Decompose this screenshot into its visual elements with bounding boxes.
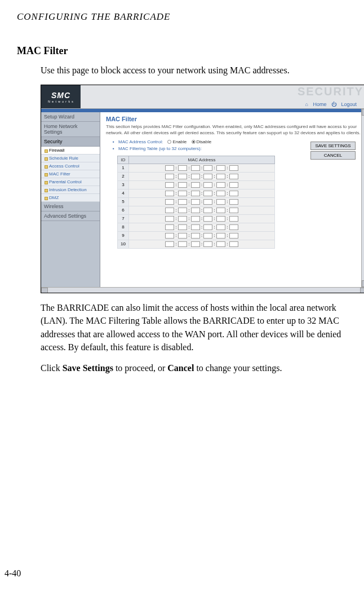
mac-octet-input[interactable] — [165, 182, 174, 188]
mac-octet-input[interactable] — [165, 191, 174, 196]
mac-octet-input[interactable] — [165, 233, 174, 239]
mac-cell: : : : : : — [129, 197, 275, 206]
sidebar-setup-wizard[interactable]: Setup Wizard — [41, 112, 100, 122]
radio-enable[interactable] — [167, 140, 171, 144]
mac-octet-input[interactable] — [178, 191, 187, 196]
mac-octet-input[interactable] — [178, 224, 187, 230]
mac-octet-input[interactable] — [229, 165, 238, 171]
radio-disable[interactable] — [192, 140, 196, 144]
mac-octet-input[interactable] — [203, 224, 212, 230]
mac-octet-input[interactable] — [165, 224, 174, 230]
mac-octet-input[interactable] — [229, 191, 238, 196]
mac-octet-input[interactable] — [191, 224, 200, 230]
sidebar-security[interactable]: Security — [41, 137, 100, 147]
mac-octet-input[interactable] — [229, 182, 238, 188]
mac-octet-input[interactable] — [229, 174, 238, 179]
mac-octet-input[interactable] — [216, 208, 225, 213]
mac-octet-input[interactable] — [203, 233, 212, 239]
mac-octet-input[interactable] — [191, 182, 200, 188]
table-row: 3 : : : : : — [118, 180, 275, 189]
mac-octet-input[interactable] — [216, 174, 225, 179]
mac-octet-input[interactable] — [203, 174, 212, 179]
mac-octet-input[interactable] — [229, 208, 238, 213]
mac-octet-input[interactable] — [216, 241, 225, 247]
sub-schedule-rule[interactable]: Schedule Rule — [41, 155, 100, 162]
save-settings-button[interactable]: SAVE SETTINGS — [310, 142, 356, 150]
mac-cell: : : : : : — [129, 223, 275, 231]
table-row: 2 : : : : : — [118, 172, 275, 180]
top-bar: SMC N e t w o r k s SECURITY ⌂ Home ⏻ Lo… — [41, 85, 364, 109]
mac-octet-input[interactable] — [203, 191, 212, 196]
mac-octet-input[interactable] — [178, 208, 187, 213]
mac-octet-input[interactable] — [178, 165, 187, 171]
mac-octet-input[interactable] — [165, 199, 174, 205]
mac-octet-input[interactable] — [191, 174, 200, 179]
mac-octet-input[interactable] — [229, 224, 238, 230]
mac-octet-input[interactable] — [203, 241, 212, 247]
home-link[interactable]: ⌂ Home — [305, 102, 326, 107]
mac-cell: : : : : : — [129, 206, 275, 214]
mac-octet-input[interactable] — [229, 233, 238, 239]
mac-octet-input[interactable] — [216, 216, 225, 222]
mac-octet-input[interactable] — [165, 208, 174, 213]
mac-octet-input[interactable] — [178, 199, 187, 205]
mac-octet-input[interactable] — [229, 199, 238, 205]
mac-octet-input[interactable] — [191, 191, 200, 196]
para2: The BARRICADE can also limit the access … — [41, 301, 347, 354]
horizontal-scrollbar[interactable] — [41, 287, 364, 293]
mac-octet-input[interactable] — [229, 241, 238, 247]
mac-octet-input[interactable] — [216, 199, 225, 205]
mac-octet-input[interactable] — [191, 165, 200, 171]
sidebar-wireless[interactable]: Wireless — [41, 202, 100, 211]
sub-firewall[interactable]: Firewall — [41, 147, 100, 155]
row-id: 5 — [118, 197, 129, 206]
row-id: 2 — [118, 172, 129, 180]
sub-parental-control[interactable]: Parental Control — [41, 178, 100, 186]
sub-access-control[interactable]: Access Control — [41, 162, 100, 170]
sidebar-home-network[interactable]: Home Network Settings — [41, 122, 100, 137]
panel-title: MAC Filter — [106, 116, 361, 122]
mac-octet-input[interactable] — [178, 216, 187, 222]
top-nav: ⌂ Home ⏻ Logout — [81, 100, 364, 108]
mac-octet-input[interactable] — [203, 208, 212, 213]
mac-octet-input[interactable] — [191, 241, 200, 247]
mac-octet-input[interactable] — [178, 233, 187, 239]
mac-octet-input[interactable] — [165, 216, 174, 222]
mac-cell: : : : : : — [129, 231, 275, 240]
mac-octet-input[interactable] — [216, 165, 225, 171]
sub-intrusion-detection[interactable]: Intrusion Detection — [41, 186, 100, 194]
row-id: 9 — [118, 231, 129, 240]
mac-octet-input[interactable] — [216, 182, 225, 188]
mac-octet-input[interactable] — [203, 199, 212, 205]
mac-octet-input[interactable] — [216, 191, 225, 196]
intro-text: Use this page to block access to your ne… — [41, 64, 347, 77]
mac-octet-input[interactable] — [178, 241, 187, 247]
mac-octet-input[interactable] — [191, 199, 200, 205]
mac-octet-input[interactable] — [178, 182, 187, 188]
mac-octet-input[interactable] — [216, 233, 225, 239]
logo-text: SMC — [51, 91, 70, 100]
sub-mac-filter[interactable]: MAC Filter — [41, 170, 100, 178]
mac-octet-input[interactable] — [191, 233, 200, 239]
mac-octet-input[interactable] — [203, 216, 212, 222]
vertical-scrollbar[interactable] — [361, 109, 364, 287]
mac-octet-input[interactable] — [165, 174, 174, 179]
col-mac: MAC Address — [129, 156, 275, 164]
mac-octet-input[interactable] — [216, 224, 225, 230]
cancel-button[interactable]: CANCEL — [310, 151, 356, 160]
mac-octet-input[interactable] — [178, 174, 187, 179]
logout-link[interactable]: ⏻ Logout — [331, 102, 357, 107]
mac-cell: : : : : : — [129, 189, 275, 197]
table-row: 5 : : : : : — [118, 197, 275, 206]
mac-octet-input[interactable] — [165, 241, 174, 247]
sub-dmz[interactable]: DMZ — [41, 194, 100, 202]
sidebar-advanced[interactable]: Advanced Settings — [41, 211, 100, 221]
mac-octet-input[interactable] — [191, 216, 200, 222]
mac-octet-input[interactable] — [165, 165, 174, 171]
mac-cell: : : : : : — [129, 164, 275, 172]
mac-octet-input[interactable] — [203, 165, 212, 171]
mac-octet-input[interactable] — [203, 182, 212, 188]
table-row: 8 : : : : : — [118, 223, 275, 231]
mac-octet-input[interactable] — [191, 208, 200, 213]
mac-octet-input[interactable] — [229, 216, 238, 222]
